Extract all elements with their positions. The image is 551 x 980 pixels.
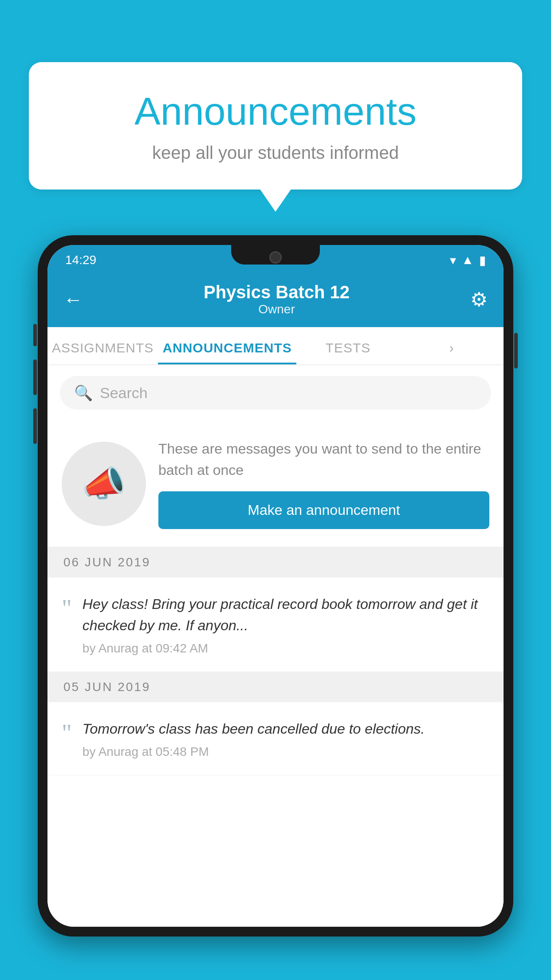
back-button[interactable]: ← xyxy=(63,288,83,311)
megaphone-circle: 📣 xyxy=(62,442,146,526)
phone-camera xyxy=(269,251,282,264)
quote-icon-1: " xyxy=(62,593,72,621)
status-time: 14:29 xyxy=(65,253,96,267)
header-title: Physics Batch 12 xyxy=(204,282,350,302)
intro-section: 📣 These are messages you want to send to… xyxy=(47,420,504,547)
volume-up-button xyxy=(33,324,37,346)
settings-icon[interactable]: ⚙ xyxy=(470,288,488,311)
signal-icon: ▲ xyxy=(461,253,474,267)
status-icons: ▾ ▲ ▮ xyxy=(450,253,486,268)
power-button xyxy=(514,333,518,368)
phone-wrapper: 14:29 ▾ ▲ ▮ ← Physics Batch 12 Owner ⚙ A… xyxy=(38,235,513,980)
announcement-text-2: Tomorrow's class has been cancelled due … xyxy=(83,718,489,739)
announcement-content-1: Hey class! Bring your practical record b… xyxy=(83,593,489,656)
bubble-subtitle: keep all your students informed xyxy=(64,143,487,163)
announcement-meta-1: by Anurag at 09:42 AM xyxy=(83,641,489,656)
phone-screen: 14:29 ▾ ▲ ▮ ← Physics Batch 12 Owner ⚙ A… xyxy=(47,245,504,927)
battery-icon: ▮ xyxy=(479,253,486,268)
quote-icon-2: " xyxy=(62,718,72,746)
date-separator-2: 05 JUN 2019 xyxy=(47,672,504,702)
speech-bubble-wrapper: Announcements keep all your students inf… xyxy=(29,62,522,212)
speech-bubble: Announcements keep all your students inf… xyxy=(29,62,522,190)
announcement-meta-2: by Anurag at 05:48 PM xyxy=(83,745,489,759)
phone-outer: 14:29 ▾ ▲ ▮ ← Physics Batch 12 Owner ⚙ A… xyxy=(38,235,513,937)
speech-bubble-arrow xyxy=(260,189,291,212)
tab-assignments[interactable]: ASSIGNMENTS xyxy=(47,327,158,364)
search-placeholder: Search xyxy=(100,384,148,402)
phone-notch xyxy=(231,245,320,265)
tabs-bar: ASSIGNMENTS ANNOUNCEMENTS TESTS › xyxy=(47,327,504,365)
header-subtitle: Owner xyxy=(204,302,350,316)
announcement-text-1: Hey class! Bring your practical record b… xyxy=(83,593,489,636)
bubble-title: Announcements xyxy=(64,89,487,134)
wifi-icon: ▾ xyxy=(450,253,456,268)
announcement-item-2: " Tomorrow's class has been cancelled du… xyxy=(47,702,504,775)
app-header: ← Physics Batch 12 Owner ⚙ xyxy=(47,273,504,327)
make-announcement-button[interactable]: Make an announcement xyxy=(158,491,489,529)
volume-down-button xyxy=(33,360,37,395)
tab-tests[interactable]: TESTS xyxy=(296,327,400,364)
tab-more[interactable]: › xyxy=(400,327,504,364)
intro-description: These are messages you want to send to t… xyxy=(158,438,489,481)
search-bar[interactable]: 🔍 Search xyxy=(60,376,491,410)
search-icon: 🔍 xyxy=(74,384,93,402)
date-separator-1: 06 JUN 2019 xyxy=(47,547,504,577)
header-title-area: Physics Batch 12 Owner xyxy=(204,282,350,316)
silent-button xyxy=(33,408,37,444)
megaphone-icon: 📣 xyxy=(82,463,126,505)
announcement-item-1: " Hey class! Bring your practical record… xyxy=(47,577,504,672)
intro-right: These are messages you want to send to t… xyxy=(158,438,489,529)
search-container: 🔍 Search xyxy=(47,365,504,420)
announcement-content-2: Tomorrow's class has been cancelled due … xyxy=(83,718,489,759)
content-area: 🔍 Search 📣 These are messages you want t… xyxy=(47,365,504,927)
tab-announcements[interactable]: ANNOUNCEMENTS xyxy=(158,327,296,364)
